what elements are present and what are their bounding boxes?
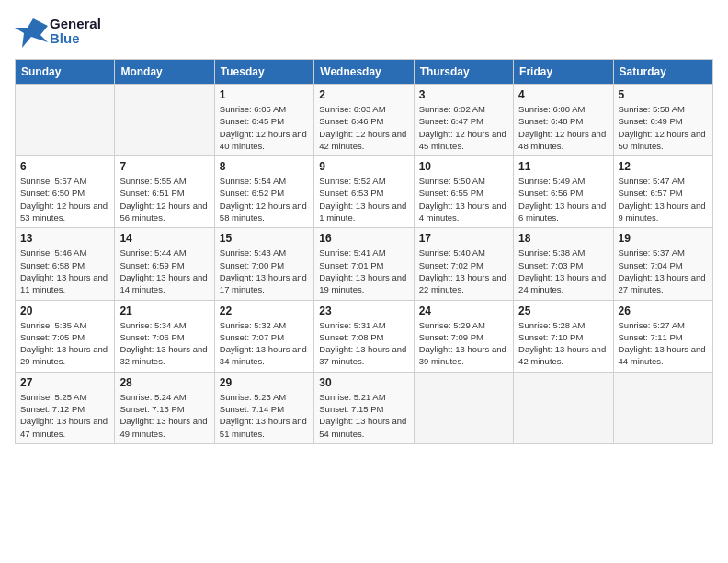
day-number: 29 (220, 376, 309, 389)
day-content: Sunrise: 5:43 AMSunset: 7:00 PMDaylight:… (220, 247, 309, 295)
calendar-cell: 27Sunrise: 5:25 AMSunset: 7:12 PMDayligh… (16, 372, 115, 443)
day-content: Sunrise: 5:34 AMSunset: 7:06 PMDaylight:… (119, 319, 209, 368)
day-content: Sunrise: 5:52 AMSunset: 6:53 PMDaylight:… (319, 175, 408, 224)
calendar-cell: 18Sunrise: 5:38 AMSunset: 7:03 PMDayligh… (514, 228, 613, 300)
calendar-cell: 17Sunrise: 5:40 AMSunset: 7:02 PMDayligh… (414, 228, 513, 300)
calendar-cell: 13Sunrise: 5:46 AMSunset: 6:58 PMDayligh… (16, 228, 115, 300)
day-number: 13 (20, 232, 109, 245)
day-content: Sunrise: 5:37 AMSunset: 7:04 PMDaylight:… (619, 247, 708, 295)
day-content: Sunrise: 6:05 AMSunset: 6:45 PMDaylight:… (220, 103, 309, 152)
day-number: 14 (119, 232, 209, 245)
day-content: Sunrise: 5:55 AMSunset: 6:51 PMDaylight:… (119, 175, 209, 224)
day-content: Sunrise: 5:54 AMSunset: 6:52 PMDaylight:… (220, 175, 309, 224)
day-number: 6 (20, 160, 109, 173)
day-number: 9 (319, 160, 408, 173)
day-content: Sunrise: 6:00 AMSunset: 6:48 PMDaylight:… (518, 103, 608, 152)
calendar-cell: 28Sunrise: 5:24 AMSunset: 7:13 PMDayligh… (115, 372, 214, 443)
calendar-cell: 25Sunrise: 5:28 AMSunset: 7:10 PMDayligh… (514, 300, 613, 372)
day-number: 4 (518, 88, 608, 101)
calendar-cell (414, 372, 513, 443)
day-content: Sunrise: 5:28 AMSunset: 7:10 PMDaylight:… (518, 319, 608, 368)
calendar-week-2: 6Sunrise: 5:57 AMSunset: 6:50 PMDaylight… (16, 156, 713, 228)
weekday-header-friday: Friday (514, 60, 613, 85)
calendar-week-1: 1Sunrise: 6:05 AMSunset: 6:45 PMDaylight… (16, 85, 713, 156)
calendar-cell: 23Sunrise: 5:31 AMSunset: 7:08 PMDayligh… (314, 300, 414, 372)
weekday-header-saturday: Saturday (613, 60, 712, 85)
day-content: Sunrise: 6:02 AMSunset: 6:47 PMDaylight:… (419, 103, 508, 152)
calendar-cell: 24Sunrise: 5:29 AMSunset: 7:09 PMDayligh… (414, 300, 513, 372)
day-content: Sunrise: 5:29 AMSunset: 7:09 PMDaylight:… (419, 319, 508, 368)
weekday-header-sunday: Sunday (16, 60, 115, 85)
calendar-cell: 16Sunrise: 5:41 AMSunset: 7:01 PMDayligh… (314, 228, 414, 300)
day-content: Sunrise: 5:24 AMSunset: 7:13 PMDaylight:… (119, 391, 209, 440)
day-content: Sunrise: 5:35 AMSunset: 7:05 PMDaylight:… (20, 319, 109, 368)
calendar-header: SundayMondayTuesdayWednesdayThursdayFrid… (16, 60, 713, 85)
day-content: Sunrise: 5:38 AMSunset: 7:03 PMDaylight:… (518, 247, 608, 295)
logo: General Blue (15, 15, 101, 48)
day-number: 11 (518, 160, 608, 173)
day-number: 1 (220, 88, 309, 101)
calendar-cell: 12Sunrise: 5:47 AMSunset: 6:57 PMDayligh… (613, 156, 712, 228)
calendar-cell: 20Sunrise: 5:35 AMSunset: 7:05 PMDayligh… (16, 300, 115, 372)
day-number: 22 (220, 304, 309, 317)
logo-general: General (50, 17, 101, 32)
day-number: 19 (619, 232, 708, 245)
calendar-cell: 11Sunrise: 5:49 AMSunset: 6:56 PMDayligh… (514, 156, 613, 228)
day-number: 26 (619, 304, 708, 317)
day-content: Sunrise: 5:49 AMSunset: 6:56 PMDaylight:… (518, 175, 608, 224)
day-content: Sunrise: 5:31 AMSunset: 7:08 PMDaylight:… (319, 319, 408, 368)
day-content: Sunrise: 5:46 AMSunset: 6:58 PMDaylight:… (20, 247, 109, 295)
day-number: 7 (119, 160, 209, 173)
day-number: 12 (619, 160, 708, 173)
logo-blue: Blue (50, 31, 101, 47)
calendar-cell: 22Sunrise: 5:32 AMSunset: 7:07 PMDayligh… (214, 300, 313, 372)
calendar-cell: 21Sunrise: 5:34 AMSunset: 7:06 PMDayligh… (115, 300, 214, 372)
day-number: 25 (518, 304, 608, 317)
day-content: Sunrise: 5:27 AMSunset: 7:11 PMDaylight:… (619, 319, 708, 368)
day-number: 15 (220, 232, 309, 245)
day-content: Sunrise: 5:50 AMSunset: 6:55 PMDaylight:… (419, 175, 508, 224)
calendar-cell (16, 85, 115, 156)
day-content: Sunrise: 5:41 AMSunset: 7:01 PMDaylight:… (319, 247, 408, 295)
calendar-cell: 1Sunrise: 6:05 AMSunset: 6:45 PMDaylight… (214, 85, 313, 156)
day-content: Sunrise: 5:47 AMSunset: 6:57 PMDaylight:… (619, 175, 708, 224)
day-content: Sunrise: 5:58 AMSunset: 6:49 PMDaylight:… (619, 103, 708, 152)
weekday-header-wednesday: Wednesday (314, 60, 414, 85)
day-number: 23 (319, 304, 408, 317)
calendar-cell: 30Sunrise: 5:21 AMSunset: 7:15 PMDayligh… (314, 372, 414, 443)
day-number: 8 (220, 160, 309, 173)
svg-marker-0 (15, 18, 48, 48)
calendar-cell: 3Sunrise: 6:02 AMSunset: 6:47 PMDaylight… (414, 85, 513, 156)
day-content: Sunrise: 6:03 AMSunset: 6:46 PMDaylight:… (319, 103, 408, 152)
calendar-cell: 5Sunrise: 5:58 AMSunset: 6:49 PMDaylight… (613, 85, 712, 156)
calendar-cell (115, 85, 214, 156)
calendar-cell: 14Sunrise: 5:44 AMSunset: 6:59 PMDayligh… (115, 228, 214, 300)
weekday-header-tuesday: Tuesday (214, 60, 313, 85)
calendar-week-5: 27Sunrise: 5:25 AMSunset: 7:12 PMDayligh… (16, 372, 713, 443)
day-content: Sunrise: 5:32 AMSunset: 7:07 PMDaylight:… (220, 319, 309, 368)
calendar-cell: 6Sunrise: 5:57 AMSunset: 6:50 PMDaylight… (16, 156, 115, 228)
logo-icon (15, 15, 48, 48)
day-number: 20 (20, 304, 109, 317)
calendar-cell: 29Sunrise: 5:23 AMSunset: 7:14 PMDayligh… (214, 372, 313, 443)
calendar-body: 1Sunrise: 6:05 AMSunset: 6:45 PMDaylight… (16, 85, 713, 444)
calendar-cell: 15Sunrise: 5:43 AMSunset: 7:00 PMDayligh… (214, 228, 313, 300)
day-number: 18 (518, 232, 608, 245)
day-content: Sunrise: 5:57 AMSunset: 6:50 PMDaylight:… (20, 175, 109, 224)
calendar-cell: 9Sunrise: 5:52 AMSunset: 6:53 PMDaylight… (314, 156, 414, 228)
day-number: 3 (419, 88, 508, 101)
calendar-cell: 10Sunrise: 5:50 AMSunset: 6:55 PMDayligh… (414, 156, 513, 228)
calendar-cell (514, 372, 613, 443)
day-content: Sunrise: 5:40 AMSunset: 7:02 PMDaylight:… (419, 247, 508, 295)
calendar-week-4: 20Sunrise: 5:35 AMSunset: 7:05 PMDayligh… (16, 300, 713, 372)
calendar-cell: 19Sunrise: 5:37 AMSunset: 7:04 PMDayligh… (613, 228, 712, 300)
day-number: 5 (619, 88, 708, 101)
calendar-cell (613, 372, 712, 443)
day-number: 28 (119, 376, 209, 389)
calendar-cell: 4Sunrise: 6:00 AMSunset: 6:48 PMDaylight… (514, 85, 613, 156)
day-number: 10 (419, 160, 508, 173)
day-number: 27 (20, 376, 109, 389)
page-header: General Blue (15, 15, 713, 48)
calendar-table: SundayMondayTuesdayWednesdayThursdayFrid… (15, 59, 713, 444)
weekday-row: SundayMondayTuesdayWednesdayThursdayFrid… (16, 60, 713, 85)
